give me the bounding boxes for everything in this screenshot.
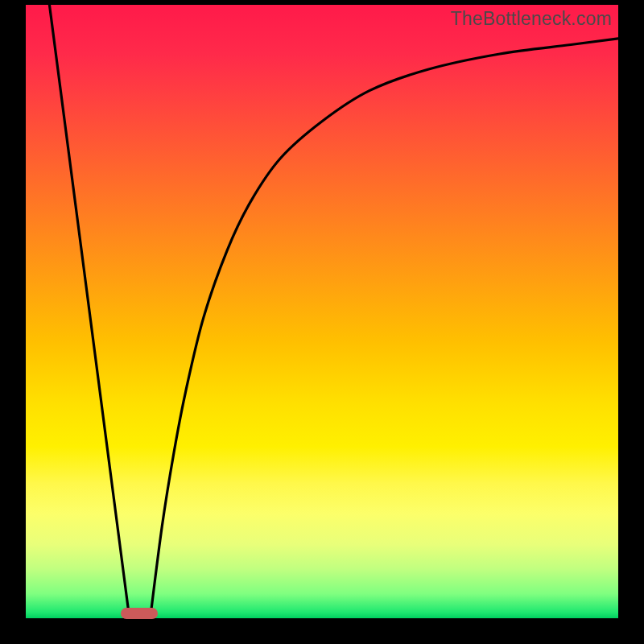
left-line-path [49, 5, 129, 618]
curves-svg [26, 5, 618, 618]
plot-area: TheBottleneck.com [26, 5, 618, 618]
bottleneck-marker [121, 608, 158, 619]
watermark-text: TheBottleneck.com [451, 8, 612, 30]
chart-container: TheBottleneck.com [0, 0, 644, 644]
right-curve-path [151, 39, 618, 618]
